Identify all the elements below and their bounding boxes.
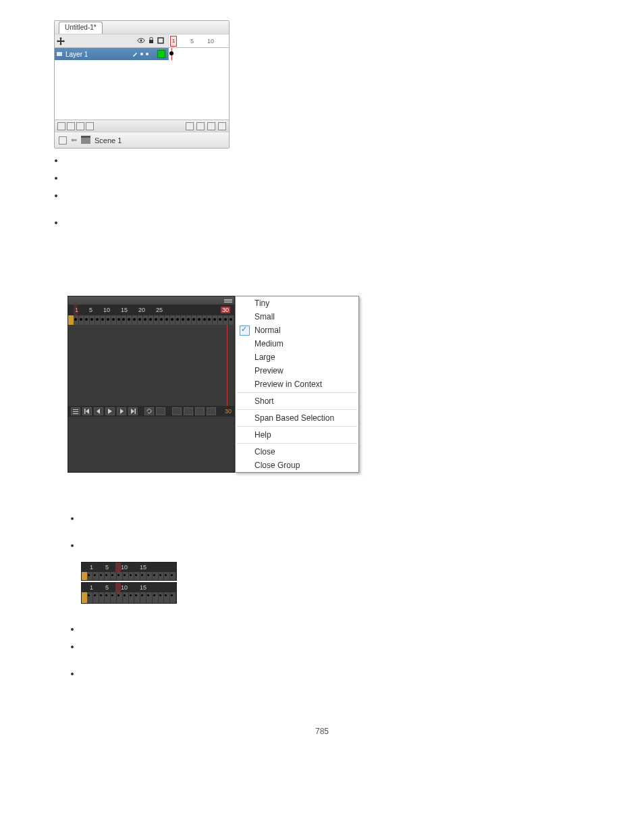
frame-ruler-small[interactable]: 1 5 10 15 — [82, 583, 176, 592]
goto-last-icon[interactable] — [128, 407, 138, 415]
delete-layer-icon[interactable] — [76, 122, 84, 130]
center-frame-icon[interactable] — [186, 122, 194, 130]
step-forward-icon[interactable] — [117, 407, 126, 415]
frame-track[interactable] — [82, 572, 176, 580]
timeline-empty-area — [55, 60, 229, 120]
move-icon[interactable] — [55, 34, 67, 47]
ruler-tick: 25 — [156, 307, 163, 313]
menu-item-preview-context[interactable]: Preview in Context — [236, 377, 358, 391]
timeline-with-menu: 1 5 10 15 20 25 30 — [68, 296, 590, 473]
outline-icon[interactable] — [157, 36, 164, 46]
layer-color-swatch[interactable] — [157, 50, 165, 58]
bullet — [65, 173, 590, 190]
menu-separator — [237, 392, 357, 393]
trash-icon[interactable] — [86, 122, 94, 130]
menu-item-large[interactable]: Large — [236, 350, 358, 364]
bullet — [81, 624, 590, 642]
svg-point-1 — [140, 40, 142, 42]
menu-item-short[interactable]: Short — [236, 394, 358, 408]
eye-icon[interactable] — [137, 36, 145, 46]
timeline-sample-normal: 1 5 10 15 — [81, 582, 177, 604]
layer-row[interactable]: Layer 1 — [55, 48, 229, 60]
ruler-tick: 5 — [105, 564, 109, 571]
center-frame-icon[interactable] — [156, 407, 165, 415]
bullet — [65, 190, 590, 208]
timeline-size-comparison: 1 5 10 15 1 5 10 15 — [81, 562, 177, 604]
edit-multiple-icon[interactable] — [195, 407, 205, 415]
frame-cells[interactable] — [74, 315, 234, 325]
new-folder-icon[interactable] — [67, 122, 75, 130]
onion-skin-icon[interactable] — [172, 407, 182, 415]
frame-ruler-dark[interactable]: 1 5 10 15 20 25 30 — [68, 305, 234, 315]
menu-item-close-group[interactable]: Close Group — [236, 459, 358, 472]
svg-rect-4 — [57, 52, 62, 56]
bullet — [81, 669, 590, 686]
ruler-tick-10: 10 — [207, 38, 214, 45]
ruler-tick: 5 — [105, 584, 109, 591]
step-back-icon[interactable] — [94, 407, 103, 415]
ruler-tick: 10 — [103, 307, 110, 313]
svg-marker-13 — [108, 409, 112, 414]
menu-item-preview[interactable]: Preview — [236, 364, 358, 377]
layer-frames[interactable] — [168, 48, 229, 60]
ruler-tick: 5 — [89, 307, 92, 313]
play-icon[interactable] — [105, 407, 115, 415]
menu-item-close[interactable]: Close — [236, 445, 358, 459]
layer-handle[interactable] — [82, 592, 87, 603]
goto-first-icon[interactable] — [82, 407, 92, 415]
timeline-context-menu: Tiny Small Normal Medium Large Preview P… — [235, 296, 359, 473]
onion-outline-icon[interactable] — [207, 122, 215, 130]
menu-item-normal[interactable]: Normal — [236, 323, 358, 337]
frame-track[interactable] — [82, 592, 176, 603]
layer-toggles — [124, 51, 157, 58]
svg-marker-14 — [120, 409, 124, 414]
back-arrow-icon[interactable]: ⬅ — [71, 136, 77, 145]
bullet — [65, 155, 590, 173]
edit-scene-icon[interactable] — [59, 136, 67, 145]
lock-icon[interactable] — [148, 36, 155, 46]
onion-skin-icon[interactable] — [196, 122, 205, 130]
menu-btn-icon[interactable] — [71, 407, 80, 415]
menu-item-tiny[interactable]: Tiny — [236, 296, 358, 310]
ruler-tick-end: 30 — [221, 307, 230, 313]
ruler-tick: 1 — [90, 564, 93, 571]
menu-item-medium[interactable]: Medium — [236, 337, 358, 350]
lock-dot[interactable] — [146, 53, 149, 55]
onion-outline-icon[interactable] — [184, 407, 193, 415]
playhead-line[interactable] — [227, 325, 227, 406]
panel-menu-icon[interactable] — [224, 299, 232, 303]
layer-name[interactable]: Layer 1 — [64, 51, 124, 58]
playback-bar: 30 — [68, 406, 234, 417]
edit-multiple-icon[interactable] — [218, 122, 226, 130]
pencil-icon[interactable] — [132, 51, 138, 58]
menu-separator — [237, 426, 357, 427]
svg-rect-9 — [73, 413, 78, 414]
layer-handle[interactable] — [82, 572, 87, 580]
keyframe[interactable] — [169, 51, 173, 55]
layer-color-handle[interactable] — [68, 315, 74, 325]
menu-item-span-based[interactable]: Span Based Selection — [236, 411, 358, 425]
playhead — [115, 583, 121, 592]
visibility-dot[interactable] — [140, 53, 143, 55]
loop-icon[interactable] — [144, 407, 154, 415]
frame-ruler-small[interactable]: 1 5 10 15 — [82, 563, 176, 572]
frame-track[interactable] — [68, 315, 234, 325]
menu-item-help[interactable]: Help — [236, 428, 358, 442]
ruler-tick-5: 5 — [190, 38, 194, 45]
svg-marker-12 — [97, 409, 100, 414]
edit-bar: ⬅ Scene 1 — [55, 132, 229, 148]
bullet — [65, 217, 590, 235]
document-tab[interactable]: Untitled-1* — [59, 22, 103, 34]
playhead-frame[interactable]: 1 — [170, 36, 177, 47]
marker-icon[interactable] — [207, 407, 216, 415]
new-layer-icon[interactable] — [57, 122, 65, 130]
ruler-tick: 10 — [121, 584, 128, 591]
bullet — [81, 513, 590, 531]
svg-marker-6 — [81, 136, 90, 138]
menu-item-small[interactable]: Small — [236, 310, 358, 323]
scene-name[interactable]: Scene 1 — [95, 136, 122, 145]
timeline-header-row: 1 5 10 — [55, 34, 229, 48]
svg-marker-11 — [86, 409, 89, 414]
frame-ruler[interactable]: 1 5 10 — [168, 34, 229, 47]
svg-rect-10 — [84, 409, 86, 414]
